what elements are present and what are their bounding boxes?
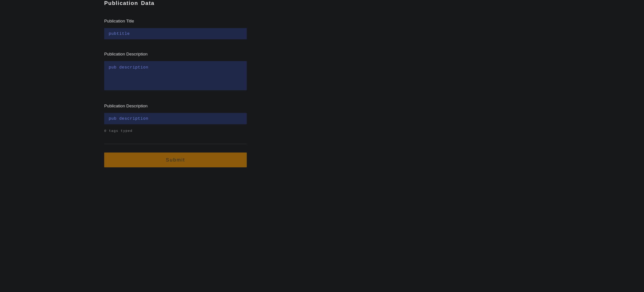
publication-title-label: Publication Title — [104, 19, 247, 24]
submit-button[interactable]: Submit — [104, 152, 247, 167]
publication-title-group: Publication Title — [104, 19, 247, 39]
publication-data-heading: Publication Data — [104, 0, 247, 6]
form-divider — [104, 144, 247, 144]
publication-tags-input[interactable] — [104, 113, 247, 124]
tags-count-helper: 0 tags typed — [104, 129, 247, 133]
publication-description-label: Publication Description — [104, 52, 247, 56]
publication-description-textarea[interactable] — [104, 61, 247, 90]
publication-description-group: Publication Description — [104, 52, 247, 91]
publication-tags-group: Publication Description 0 tags typed — [104, 104, 247, 133]
publication-title-input[interactable] — [104, 28, 247, 39]
publication-tags-label: Publication Description — [104, 104, 247, 108]
